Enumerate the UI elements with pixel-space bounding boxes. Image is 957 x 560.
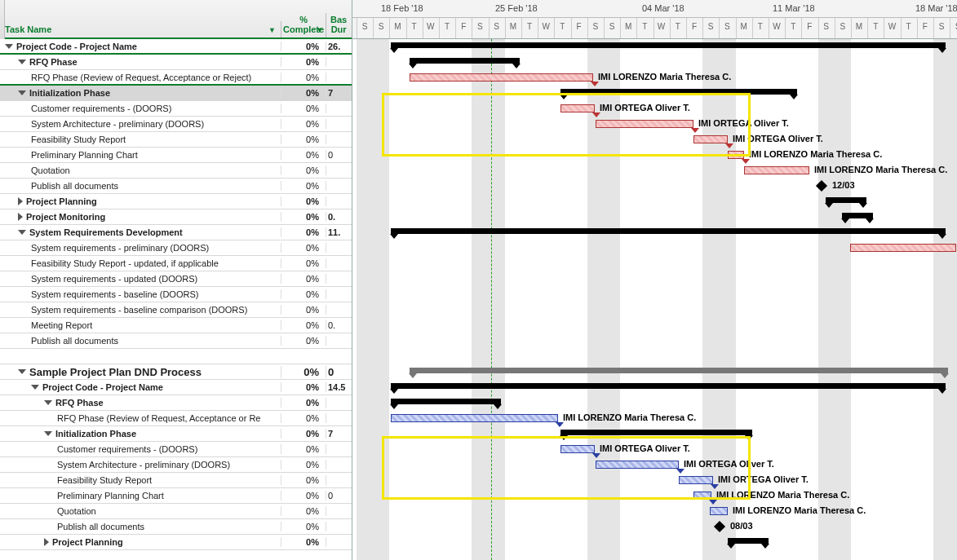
task-name-cell[interactable]: Publish all documents: [0, 181, 281, 191]
table-row[interactable]: System requirements - preliminary (DOORS…: [0, 240, 352, 256]
table-row[interactable]: Sample Project Plan DND Process0%0: [0, 364, 352, 380]
table-row[interactable]: Project Planning0%: [0, 194, 352, 209]
gantt-row[interactable]: IMI ORTEGA Oliver T.: [352, 117, 957, 132]
expand-icon[interactable]: [44, 538, 49, 546]
table-row[interactable]: Preliminary Planning Chart0%0: [0, 148, 352, 163]
summary-bar[interactable]: [560, 430, 752, 435]
task-name-cell[interactable]: Feasibility Study Report: [0, 134, 281, 144]
table-row[interactable]: Feasibility Study Report0%: [0, 132, 352, 148]
baseline-cell[interactable]: 7: [326, 88, 351, 98]
task-name-cell[interactable]: Project Planning: [0, 196, 281, 206]
task-name-cell[interactable]: Publish all documents: [0, 336, 281, 346]
pct-complete-cell[interactable]: 0%: [281, 227, 326, 237]
pct-complete-cell[interactable]: 0%: [281, 165, 326, 175]
table-row[interactable]: Customer requirements - (DOORS)0%: [0, 101, 352, 117]
pct-complete-cell[interactable]: 0%: [281, 88, 326, 98]
task-bar[interactable]: [560, 104, 595, 112]
gantt-row[interactable]: IMI LORENZO Maria Theresa C.: [352, 148, 957, 163]
table-row[interactable]: System requirements - baseline (DOORS)0%: [0, 287, 352, 302]
table-row[interactable]: System Requirements Development0%11.: [0, 225, 352, 240]
table-row[interactable]: System requirements - baseline compariso…: [0, 302, 352, 318]
task-name-cell[interactable]: System requirements - baseline (DOORS): [0, 289, 281, 299]
pct-complete-cell[interactable]: 0%: [281, 506, 326, 516]
collapse-icon[interactable]: [18, 60, 26, 64]
task-name-cell[interactable]: Customer requirements - (DOORS): [0, 444, 281, 454]
pct-complete-cell[interactable]: 0%: [281, 104, 326, 113]
pct-complete-cell[interactable]: 0%: [281, 289, 326, 299]
pct-complete-cell[interactable]: 0%: [281, 42, 326, 51]
summary-bar[interactable]: [842, 213, 873, 218]
pct-complete-cell[interactable]: 0%: [281, 398, 326, 408]
baseline-cell[interactable]: 0.: [326, 320, 351, 330]
gantt-row[interactable]: [352, 302, 957, 318]
summary-bar[interactable]: [391, 42, 946, 48]
table-row[interactable]: Feasibility Study Report0%: [0, 473, 352, 488]
task-bar[interactable]: [410, 73, 593, 82]
task-bar[interactable]: [744, 166, 809, 174]
gantt-row[interactable]: [352, 194, 957, 209]
baseline-cell[interactable]: 0.: [326, 212, 351, 222]
milestone[interactable]: [816, 180, 827, 192]
table-row[interactable]: RFQ Phase (Review of Request, Acceptance…: [0, 411, 352, 426]
gantt-row[interactable]: [352, 349, 957, 364]
task-name-cell[interactable]: RFQ Phase (Review of Request, Acceptance…: [0, 73, 281, 82]
table-row[interactable]: Initialization Phase0%7: [0, 426, 352, 442]
pct-complete-cell[interactable]: 0%: [281, 320, 326, 330]
gantt-row[interactable]: [352, 333, 957, 349]
gantt-row[interactable]: IMI LORENZO Maria Theresa C.: [352, 504, 957, 519]
pct-complete-cell[interactable]: 0%: [281, 119, 326, 129]
task-name-cell[interactable]: Initialization Phase: [0, 88, 281, 98]
pct-complete-cell[interactable]: 0%: [281, 181, 326, 191]
gantt-row[interactable]: [352, 256, 957, 271]
pct-complete-cell[interactable]: 0%: [281, 413, 326, 423]
dropdown-icon[interactable]: ▼: [268, 26, 276, 34]
pct-complete-cell[interactable]: 0%: [281, 382, 326, 392]
pct-complete-cell[interactable]: 0%: [281, 537, 326, 547]
pct-complete-cell[interactable]: 0%: [281, 336, 326, 346]
task-name-cell[interactable]: RFQ Phase (Review of Request, Acceptance…: [0, 413, 281, 423]
table-row[interactable]: Initialization Phase0%7: [0, 86, 352, 101]
gantt-row[interactable]: [352, 318, 957, 333]
column-header-pct[interactable]: % Complete ▼: [281, 13, 326, 37]
table-row[interactable]: Meeting Report0%0.: [0, 318, 352, 333]
collapse-icon[interactable]: [31, 385, 39, 390]
gantt-row[interactable]: [352, 380, 957, 395]
task-bar[interactable]: [710, 507, 728, 515]
table-row[interactable]: RFQ Phase (Review of Request, Acceptance…: [0, 70, 352, 86]
table-row[interactable]: Feasibility Study Report - updated, if a…: [0, 256, 352, 271]
task-bar[interactable]: [693, 135, 728, 143]
collapse-icon[interactable]: [18, 90, 26, 95]
pct-complete-cell[interactable]: 0%: [281, 444, 326, 454]
gantt-row[interactable]: [352, 240, 957, 256]
task-name-cell[interactable]: Publish all documents: [0, 522, 281, 531]
summary-bar[interactable]: [391, 228, 946, 234]
task-name-cell[interactable]: System Requirements Development: [0, 227, 281, 237]
table-row[interactable]: Preliminary Planning Chart0%0: [0, 488, 352, 504]
collapse-icon[interactable]: [44, 431, 52, 436]
table-row[interactable]: Project Code - Project Name0%14.5: [0, 380, 352, 395]
baseline-cell[interactable]: 0: [326, 150, 351, 160]
table-row[interactable]: Publish all documents0%: [0, 179, 352, 194]
baseline-cell[interactable]: 0: [326, 366, 351, 378]
table-row[interactable]: Customer requirements - (DOORS)0%: [0, 442, 352, 457]
task-name-cell[interactable]: System Architecture - preliminary (DOORS…: [0, 119, 281, 129]
summary-bar[interactable]: [410, 368, 948, 373]
gantt-row[interactable]: IMI ORTEGA Oliver T.: [352, 132, 957, 148]
table-row[interactable]: [0, 349, 352, 364]
task-name-cell[interactable]: System Architecture - preliminary (DOORS…: [0, 460, 281, 470]
table-row[interactable]: Project Planning0%: [0, 535, 352, 550]
task-name-cell[interactable]: Sample Project Plan DND Process: [0, 366, 281, 378]
gantt-row[interactable]: [352, 287, 957, 302]
summary-bar[interactable]: [560, 89, 797, 95]
task-name-cell[interactable]: Customer requirements - (DOORS): [0, 104, 281, 113]
table-row[interactable]: Quotation0%: [0, 163, 352, 179]
task-name-cell[interactable]: Project Planning: [0, 537, 281, 547]
pct-complete-cell[interactable]: 0%: [281, 150, 326, 160]
pct-complete-cell[interactable]: 0%: [281, 258, 326, 268]
task-bar[interactable]: [596, 461, 679, 469]
table-row[interactable]: Publish all documents0%: [0, 333, 352, 349]
gantt-row[interactable]: IMI LORENZO Maria Theresa C.: [352, 70, 957, 86]
pct-complete-cell[interactable]: 0%: [281, 212, 326, 222]
pct-complete-cell[interactable]: 0%: [281, 274, 326, 284]
gantt-row[interactable]: 08/03: [352, 519, 957, 535]
